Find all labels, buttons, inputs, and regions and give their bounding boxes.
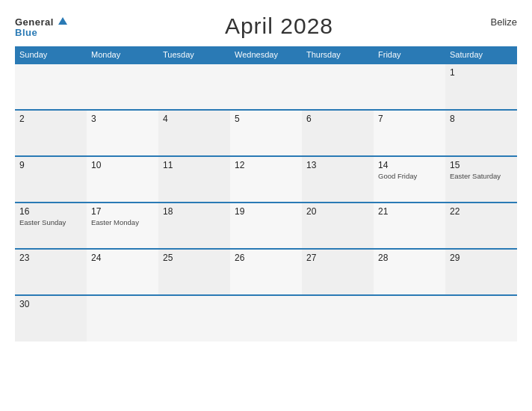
- day-number: 26: [235, 253, 297, 263]
- day-number: 6: [306, 114, 369, 124]
- day-number: 21: [378, 206, 441, 217]
- day-number: 19: [235, 206, 297, 217]
- day-number: 17: [91, 206, 154, 217]
- day-cell: [87, 295, 158, 342]
- day-cell: [15, 64, 87, 110]
- day-number: 20: [306, 206, 369, 217]
- day-cell: [230, 64, 302, 110]
- week-row-4: 16Easter Sunday17Easter Monday1819202122: [15, 203, 517, 249]
- day-cell: [445, 295, 517, 342]
- logo-general-text: General: [15, 16, 54, 28]
- day-number: 7: [378, 114, 441, 124]
- day-cell: 19: [230, 203, 302, 249]
- day-cell: [158, 295, 230, 342]
- weekday-header-row: SundayMondayTuesdayWednesdayThursdayFrid…: [15, 46, 517, 64]
- day-cell: 26: [230, 249, 302, 295]
- day-cell: [374, 295, 445, 342]
- day-number: 11: [163, 160, 226, 170]
- logo: General Blue: [15, 16, 67, 37]
- day-number: 8: [450, 114, 513, 124]
- day-number: 4: [163, 114, 226, 124]
- day-cell: 6: [302, 110, 374, 156]
- day-cell: 16Easter Sunday: [15, 203, 87, 249]
- week-row-1: 1: [15, 64, 517, 110]
- weekday-saturday: Saturday: [445, 46, 517, 64]
- day-cell: 5: [230, 110, 302, 156]
- day-cell: 28: [374, 249, 445, 295]
- day-cell: 25: [158, 249, 230, 295]
- day-cell: 3: [87, 110, 158, 156]
- day-cell: 10: [87, 156, 158, 203]
- weekday-friday: Friday: [374, 46, 445, 64]
- day-cell: 12: [230, 156, 302, 203]
- day-number: 15: [450, 160, 513, 170]
- day-cell: [374, 64, 445, 110]
- day-number: 3: [91, 114, 154, 124]
- calendar-title: April 2028: [225, 13, 333, 39]
- weekday-tuesday: Tuesday: [158, 46, 230, 64]
- day-cell: 14Good Friday: [374, 156, 445, 203]
- day-number: 14: [378, 160, 441, 170]
- logo-top: General: [15, 16, 67, 28]
- week-row-3: 91011121314Good Friday15Easter Saturday: [15, 156, 517, 203]
- week-row-5: 23242526272829: [15, 249, 517, 295]
- day-cell: [87, 64, 158, 110]
- day-number: 2: [19, 114, 82, 124]
- day-cell: 20: [302, 203, 374, 249]
- weekday-monday: Monday: [87, 46, 158, 64]
- day-cell: 23: [15, 249, 87, 295]
- day-cell: [230, 295, 302, 342]
- day-number: 30: [19, 299, 82, 309]
- day-number: 22: [450, 206, 513, 217]
- weekday-thursday: Thursday: [302, 46, 374, 64]
- logo-triangle-icon: [58, 17, 67, 25]
- day-cell: 18: [158, 203, 230, 249]
- day-cell: [158, 64, 230, 110]
- day-cell: 7: [374, 110, 445, 156]
- week-row-2: 2345678: [15, 110, 517, 156]
- weekday-sunday: Sunday: [15, 46, 87, 64]
- day-cell: 27: [302, 249, 374, 295]
- day-number: 9: [19, 160, 82, 170]
- logo-blue-text: Blue: [15, 28, 67, 37]
- day-number: 23: [19, 253, 82, 263]
- day-number: 25: [163, 253, 226, 263]
- day-cell: 29: [445, 249, 517, 295]
- day-cell: 30: [15, 295, 87, 342]
- day-cell: 22: [445, 203, 517, 249]
- week-row-6: 30: [15, 295, 517, 342]
- day-event: Easter Saturday: [450, 172, 513, 181]
- day-number: 16: [19, 206, 82, 217]
- day-cell: 9: [15, 156, 87, 203]
- day-cell: 21: [374, 203, 445, 249]
- country-label: Belize: [491, 13, 517, 28]
- day-cell: 17Easter Monday: [87, 203, 158, 249]
- day-cell: 24: [87, 249, 158, 295]
- day-cell: 4: [158, 110, 230, 156]
- day-event: Easter Sunday: [19, 218, 82, 227]
- day-event: Good Friday: [378, 172, 441, 181]
- day-number: 5: [235, 114, 297, 124]
- calendar-page: General Blue April 2028 Belize SundayMon…: [0, 0, 532, 411]
- day-number: 12: [235, 160, 297, 170]
- day-number: 10: [91, 160, 154, 170]
- day-number: 28: [378, 253, 441, 263]
- weekday-wednesday: Wednesday: [230, 46, 302, 64]
- day-number: 24: [91, 253, 154, 263]
- day-cell: 8: [445, 110, 517, 156]
- day-event: Easter Monday: [91, 218, 154, 227]
- day-cell: 1: [445, 64, 517, 110]
- day-cell: 15Easter Saturday: [445, 156, 517, 203]
- day-cell: 13: [302, 156, 374, 203]
- calendar-table: SundayMondayTuesdayWednesdayThursdayFrid…: [15, 46, 517, 342]
- day-cell: [302, 295, 374, 342]
- day-cell: 2: [15, 110, 87, 156]
- day-number: 1: [450, 67, 513, 78]
- day-number: 29: [450, 253, 513, 263]
- day-number: 27: [306, 253, 369, 263]
- day-cell: 11: [158, 156, 230, 203]
- day-number: 18: [163, 206, 226, 217]
- header: General Blue April 2028 Belize: [15, 13, 517, 39]
- day-cell: [302, 64, 374, 110]
- day-number: 13: [306, 160, 369, 170]
